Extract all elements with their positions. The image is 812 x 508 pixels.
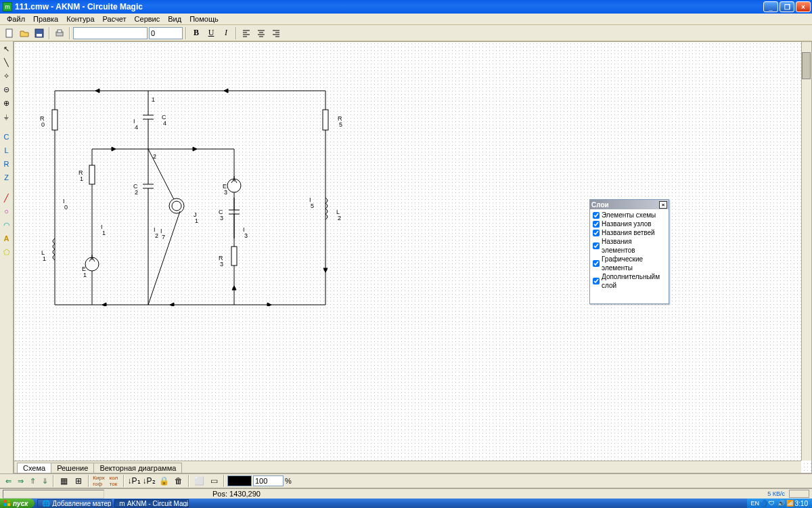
- windows-icon: [4, 500, 11, 507]
- tool-p1[interactable]: ↓P₁: [127, 474, 141, 488]
- layer-checkbox[interactable]: [593, 230, 600, 236]
- tool-ground[interactable]: ⏚: [1, 110, 13, 123]
- clock[interactable]: 3:10: [795, 500, 808, 507]
- svg-rect-0: [6, 29, 12, 37]
- tool-capacitor[interactable]: C: [1, 131, 13, 143]
- svg-rect-2: [37, 34, 42, 37]
- zoom-input[interactable]: [253, 475, 284, 486]
- new-button[interactable]: [3, 26, 16, 40]
- bold-button[interactable]: B: [189, 26, 203, 40]
- vertical-scrollbar[interactable]: [801, 42, 811, 461]
- tool-resistor[interactable]: R: [1, 158, 13, 170]
- svg-text:0: 0: [64, 204, 68, 211]
- tool-wand[interactable]: ✧: [1, 70, 13, 82]
- tool-polygon[interactable]: ⬠: [1, 246, 13, 258]
- lang-indicator[interactable]: EN: [751, 500, 758, 507]
- menu-help[interactable]: Помощь: [185, 15, 223, 23]
- snap-button[interactable]: ⊞: [72, 474, 85, 488]
- color-swatch[interactable]: [227, 475, 252, 486]
- zoom-region-button[interactable]: ▭: [207, 474, 221, 488]
- layer-item[interactable]: Названия ветвей: [593, 228, 666, 237]
- layers-title: Слои: [591, 201, 609, 209]
- tray-icon[interactable]: 🛡: [769, 500, 775, 507]
- menu-calc[interactable]: Расчет: [99, 15, 131, 23]
- layer-checkbox[interactable]: [593, 221, 600, 228]
- tray-icon[interactable]: 🔊: [777, 500, 784, 507]
- align-left-button[interactable]: [240, 26, 253, 40]
- svg-text:2: 2: [135, 189, 138, 196]
- menu-edit[interactable]: Правка: [29, 15, 62, 23]
- separator: [185, 27, 187, 39]
- layer-checkbox[interactable]: [593, 260, 600, 267]
- tool-line[interactable]: ╱: [1, 192, 13, 204]
- menu-contours[interactable]: Контура: [62, 15, 98, 23]
- tool-arc[interactable]: ◠: [1, 219, 13, 231]
- start-button[interactable]: пуск: [0, 499, 35, 508]
- tool-impedance[interactable]: Z: [1, 171, 13, 184]
- layer-checkbox[interactable]: [593, 242, 600, 249]
- menu-service[interactable]: Сервис: [131, 15, 164, 23]
- layer-label: Названия ветвей: [602, 228, 655, 237]
- tool-inductor[interactable]: L: [1, 144, 13, 156]
- tool-circle[interactable]: ○: [1, 205, 13, 217]
- align-right-button[interactable]: [269, 26, 283, 40]
- close-button[interactable]: ×: [796, 1, 811, 12]
- svg-rect-66: [7, 500, 10, 503]
- tool-text[interactable]: A: [1, 232, 13, 245]
- menu-file[interactable]: Файл: [3, 15, 29, 23]
- maximize-button[interactable]: ❐: [780, 1, 794, 12]
- tool-source-ac[interactable]: ⊕: [1, 97, 13, 109]
- kirch-button[interactable]: Кирхгоф: [92, 474, 106, 488]
- layer-item[interactable]: Графические элементы: [593, 255, 666, 272]
- canvas-area[interactable]: 1 2 3 R0 R5 R1 R3 L1 L2 C2 C3 C4 E1 E3 J…: [14, 41, 812, 473]
- delete-button[interactable]: 🗑: [172, 474, 185, 488]
- tray-icon[interactable]: 🔵: [760, 500, 767, 507]
- grid-button[interactable]: ▦: [57, 474, 70, 488]
- layer-label: Названия узлов: [602, 219, 652, 228]
- tool-source-dc[interactable]: ⊝: [1, 83, 13, 96]
- svg-text:1: 1: [152, 96, 155, 103]
- nav-left[interactable]: ⇐: [3, 475, 14, 486]
- nav-right[interactable]: ⇒: [15, 475, 26, 486]
- nodal-button[interactable]: колток: [107, 474, 120, 488]
- layer-item[interactable]: Элементы схемы: [593, 211, 666, 219]
- nav-up[interactable]: ⇑: [27, 475, 38, 486]
- italic-button[interactable]: I: [219, 26, 233, 40]
- layers-panel[interactable]: Слои × Элементы схемы Названия узлов Наз…: [589, 199, 669, 304]
- font-size-input[interactable]: [149, 27, 183, 39]
- underline-button[interactable]: U: [204, 26, 218, 40]
- tool-wire[interactable]: ╲: [1, 56, 13, 68]
- layer-checkbox[interactable]: [593, 212, 600, 219]
- print-button[interactable]: [53, 26, 66, 40]
- svg-text:2: 2: [155, 232, 158, 239]
- tab-vector[interactable]: Векторная диаграмма: [93, 463, 182, 473]
- left-toolbar: ↖ ╲ ✧ ⊝ ⊕ ⏚ C L R Z ╱ ○ ◠ A ⬠: [0, 41, 14, 473]
- tab-schema[interactable]: Схема: [17, 463, 51, 473]
- layers-header[interactable]: Слои ×: [590, 200, 669, 209]
- tool-p2[interactable]: ↓P₂: [142, 474, 156, 488]
- svg-text:3: 3: [244, 232, 248, 239]
- lock-button[interactable]: 🔒: [157, 474, 171, 488]
- minimize-button[interactable]: _: [763, 1, 778, 12]
- system-tray[interactable]: EN 🔵 🛡 🔊 📶 3:10: [747, 499, 812, 508]
- separator: [223, 475, 225, 487]
- task-app[interactable]: mAKNM - Circuit Magic: [114, 499, 189, 507]
- layer-checkbox[interactable]: [593, 278, 600, 284]
- task-browser[interactable]: 🌐Добавление матери...: [37, 499, 112, 507]
- font-select[interactable]: [73, 27, 148, 39]
- layer-item[interactable]: Названия узлов: [593, 219, 666, 228]
- svg-text:0: 0: [41, 121, 45, 128]
- svg-text:4: 4: [135, 124, 138, 131]
- layers-close-button[interactable]: ×: [659, 201, 667, 209]
- menu-view[interactable]: Вид: [164, 15, 185, 23]
- zoom-fit-button[interactable]: ⬜: [192, 474, 206, 488]
- open-button[interactable]: [18, 26, 31, 40]
- layer-item[interactable]: Названия элементов: [593, 237, 666, 255]
- nav-down[interactable]: ⇓: [39, 475, 50, 486]
- tool-pointer[interactable]: ↖: [1, 43, 13, 55]
- align-center-button[interactable]: [254, 26, 268, 40]
- layer-item[interactable]: Дополнительныйм слой: [593, 272, 666, 290]
- tray-icon[interactable]: 📶: [786, 500, 793, 507]
- save-button[interactable]: [32, 26, 46, 40]
- tab-solution[interactable]: Решение: [51, 463, 94, 473]
